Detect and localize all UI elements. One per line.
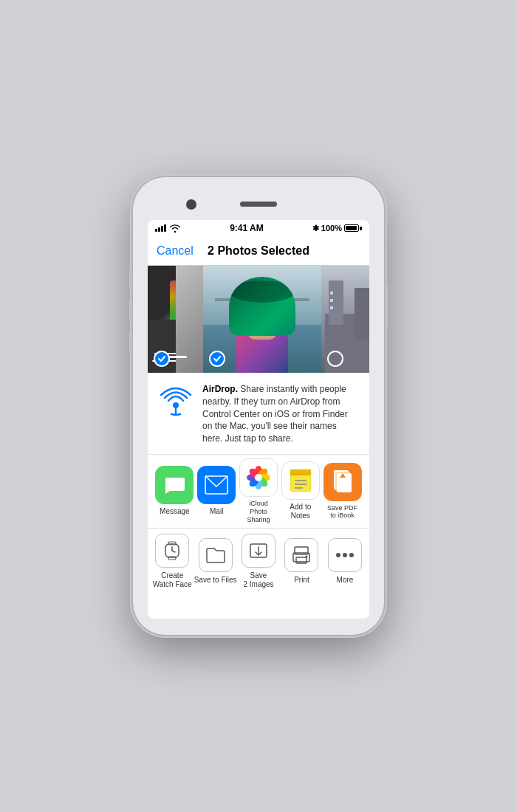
photo-check-left[interactable] [154, 351, 170, 367]
action-icon-savefiles[interactable]: Save to Files [194, 538, 236, 585]
battery-icon [344, 224, 362, 232]
status-left [155, 224, 181, 233]
action-icon-save2[interactable]: Save2 Images [237, 534, 280, 589]
app-icon-mail[interactable]: Mail [196, 466, 238, 516]
app-icon-message[interactable]: Message [154, 466, 196, 516]
nav-bar: Cancel 2 Photos Selected [148, 236, 369, 266]
app-icon-notes[interactable]: Add to Notes [279, 461, 321, 520]
airdrop-section: AirDrop. Share instantly with people nea… [148, 373, 369, 455]
status-bar: 9:41 AM ✱ 100% [148, 220, 369, 236]
notes-icon [281, 461, 320, 500]
action-icon-watchface[interactable]: CreateWatch Face [151, 534, 194, 589]
front-camera [186, 199, 196, 210]
battery-percent: 100% [321, 224, 342, 233]
app-icon-photos[interactable]: iCloudPhoto Sharing [238, 458, 280, 523]
wifi-icon [169, 224, 181, 233]
svg-line-23 [172, 551, 175, 552]
photo-thumb-left[interactable] [148, 266, 203, 373]
svg-rect-24 [168, 542, 176, 545]
app-icons-row: Message Mail [148, 455, 369, 529]
watchface-label: CreateWatch Face [153, 571, 192, 589]
photo-check-right[interactable] [327, 351, 343, 367]
airdrop-title: AirDrop. [202, 384, 238, 394]
mail-label: Mail [210, 507, 223, 516]
svg-point-34 [349, 553, 354, 557]
airdrop-icon [158, 383, 194, 419]
status-time: 9:41 AM [230, 223, 264, 233]
watchface-icon-box [155, 534, 189, 568]
svg-rect-30 [296, 557, 307, 563]
save2-icon-box [242, 534, 275, 568]
action-icons-row: CreateWatch Face Save to Files [148, 529, 369, 595]
status-right: ✱ 100% [312, 224, 362, 233]
photos-icon [239, 458, 278, 497]
bluetooth-icon: ✱ [312, 224, 319, 233]
mail-icon [197, 466, 236, 504]
print-label: Print [294, 576, 309, 585]
action-icon-more[interactable]: More [323, 538, 366, 585]
ibooks-label: Save PDFto iBook [327, 504, 357, 520]
svg-point-11 [255, 474, 262, 481]
more-icon-box [328, 538, 362, 572]
more-label: More [336, 576, 353, 585]
photo-strip [148, 266, 369, 373]
signal-bars [155, 224, 166, 232]
photo-check-center[interactable] [209, 351, 225, 367]
app-icon-ibooks[interactable]: Save PDFto iBook [321, 463, 363, 520]
print-icon-box [284, 538, 318, 572]
message-icon [155, 466, 194, 504]
savefiles-icon-box [199, 538, 233, 572]
savefiles-label: Save to Files [194, 576, 237, 585]
ibooks-icon [323, 463, 362, 501]
page-title: 2 Photos Selected [208, 244, 309, 258]
svg-rect-14 [290, 469, 311, 474]
photo-thumb-right[interactable] [321, 266, 369, 373]
save2-label: Save2 Images [243, 571, 273, 589]
phone-screen: 9:41 AM ✱ 100% Cancel 2 Photos Selected [148, 220, 369, 619]
action-icon-print[interactable]: Print [280, 538, 323, 585]
speaker [240, 202, 277, 207]
photo-thumb-center[interactable] [203, 266, 321, 373]
notes-label: Add to Notes [279, 503, 321, 520]
phone-device: 9:41 AM ✱ 100% Cancel 2 Photos Selected [133, 177, 384, 635]
airdrop-description: AirDrop. Share instantly with people nea… [202, 383, 359, 445]
svg-point-32 [336, 553, 340, 557]
svg-rect-25 [168, 557, 176, 560]
photos-label: iCloudPhoto Sharing [238, 500, 280, 523]
svg-point-31 [306, 556, 308, 558]
message-label: Message [160, 507, 190, 516]
svg-point-33 [343, 553, 347, 557]
cancel-button[interactable]: Cancel [157, 244, 194, 258]
